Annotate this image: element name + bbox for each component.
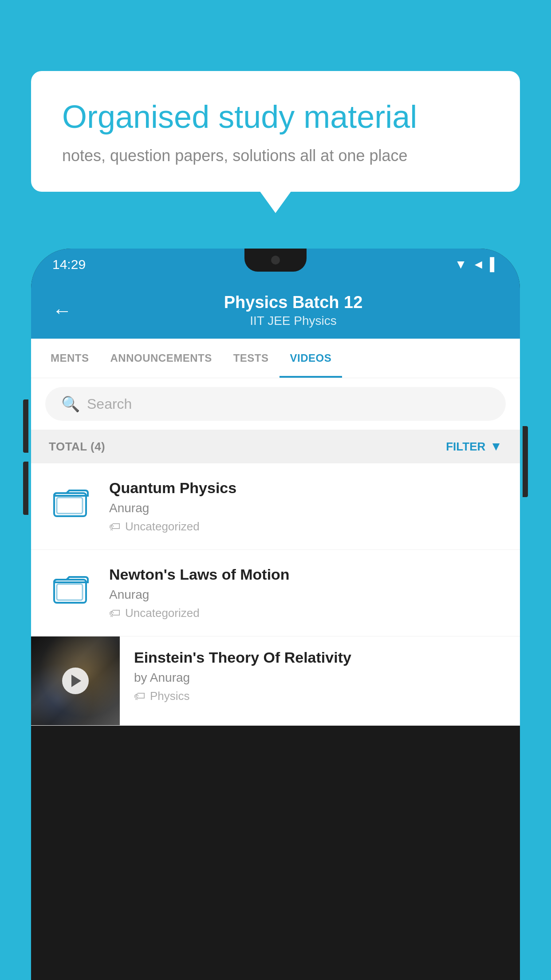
folder-icon [53,486,89,518]
video-tag: 🏷 Physics [134,689,506,703]
search-input-wrapper[interactable]: 🔍 Search [45,387,506,421]
video-thumbnail [31,636,120,725]
list-item-thumb[interactable]: Einstein's Theory Of Relativity by Anura… [31,636,520,726]
play-icon [71,675,81,687]
app-header: ← Physics Batch 12 IIT JEE Physics [31,281,520,339]
filter-button[interactable]: FILTER ▼ [446,439,502,454]
speech-bubble-container: Organised study material notes, question… [31,71,520,192]
search-container: 🔍 Search [31,378,520,430]
tab-videos[interactable]: VIDEOS [279,339,342,378]
folder-icon-container [49,566,93,610]
phone-notch [244,249,307,272]
svg-rect-1 [57,498,83,514]
tag-label: Uncategorized [125,606,200,620]
tag-label: Physics [150,689,190,703]
search-icon: 🔍 [61,395,80,413]
filter-label: FILTER [446,440,485,454]
item-author: Anurag [109,501,502,515]
list-item[interactable]: Newton's Laws of Motion Anurag 🏷 Uncateg… [31,550,520,636]
phone-mockup: 14:29 ▼ ◄ ▌ ← Physics Batch 12 IIT JEE P… [31,249,520,980]
item-tag: 🏷 Uncategorized [109,520,502,533]
batch-title: Physics Batch 12 [88,293,499,312]
item-title: Newton's Laws of Motion [109,566,502,583]
filter-icon: ▼ [490,439,502,454]
speech-bubble-heading: Organised study material [62,98,489,136]
header-title-area: Physics Batch 12 IIT JEE Physics [88,293,499,328]
svg-rect-3 [57,584,83,600]
status-icons: ▼ ◄ ▌ [455,257,499,272]
tab-bar: MENTS ANNOUNCEMENTS TESTS VIDEOS [31,339,520,378]
tag-label: Uncategorized [125,520,200,533]
batch-subtitle: IIT JEE Physics [88,314,499,328]
tab-announcements[interactable]: ANNOUNCEMENTS [100,339,223,378]
search-placeholder: Search [87,396,132,412]
status-time: 14:29 [52,257,86,272]
item-info: Newton's Laws of Motion Anurag 🏷 Uncateg… [109,566,502,620]
speech-bubble-subtext: notes, question papers, solutions all at… [62,146,489,165]
speech-bubble: Organised study material notes, question… [31,71,520,192]
item-tag: 🏷 Uncategorized [109,606,502,620]
phone-screen: 🔍 Search TOTAL (4) FILTER ▼ [31,378,520,726]
tag-icon: 🏷 [134,689,146,703]
video-author: by Anurag [134,671,506,685]
tag-icon: 🏷 [109,520,121,533]
phone-bumper-left [23,399,28,453]
filter-bar: TOTAL (4) FILTER ▼ [31,430,520,463]
back-button[interactable]: ← [52,300,72,322]
list-item[interactable]: Quantum Physics Anurag 🏷 Uncategorized [31,463,520,550]
signal-icon: ◄ [472,257,484,272]
play-button[interactable] [62,668,89,694]
item-info: Quantum Physics Anurag 🏷 Uncategorized [109,479,502,533]
total-count: TOTAL (4) [49,440,105,454]
phone-bumper-left2 [23,462,28,515]
wifi-icon: ▼ [455,257,467,272]
video-info: Einstein's Theory Of Relativity by Anura… [120,636,520,715]
item-author: Anurag [109,588,502,602]
battery-icon: ▌ [490,257,499,272]
folder-icon [53,572,89,604]
camera-dot [271,256,280,265]
video-title: Einstein's Theory Of Relativity [134,649,506,666]
status-bar: 14:29 ▼ ◄ ▌ [31,249,520,281]
tab-ments[interactable]: MENTS [40,339,100,378]
folder-icon-container [49,479,93,524]
item-title: Quantum Physics [109,479,502,497]
phone-bumper-right [523,426,528,497]
tag-icon: 🏷 [109,606,121,620]
content-list: Quantum Physics Anurag 🏷 Uncategorized [31,463,520,726]
tab-tests[interactable]: TESTS [223,339,279,378]
